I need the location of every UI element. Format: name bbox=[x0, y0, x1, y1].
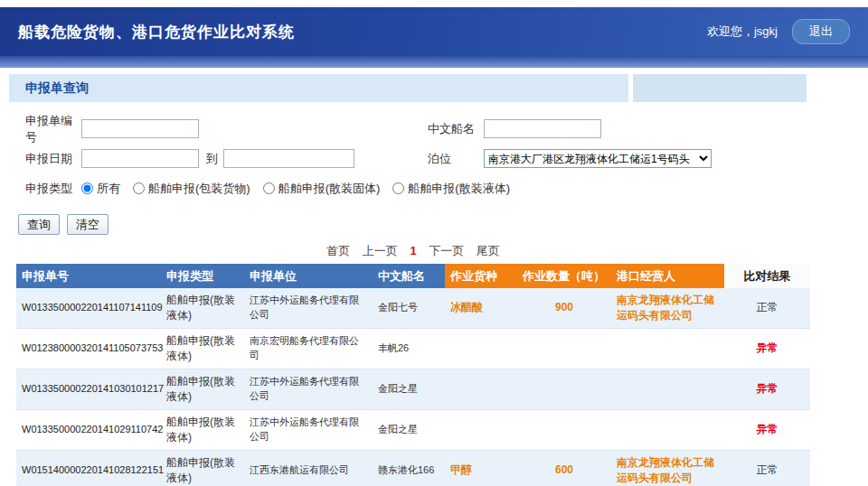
cell-declare-unit: 南京宏明船务代理有限公司 bbox=[244, 332, 373, 365]
radio-bulk-solid-input[interactable] bbox=[263, 182, 275, 194]
form-row-2: 申报日期 到 泊位 南京港大厂港区龙翔液体化工储运1号码头 bbox=[25, 144, 868, 173]
declare-date-label: 申报日期 bbox=[25, 151, 81, 167]
table-row: W015140000220141028122151 船舶申报(散装液体) 江西东… bbox=[16, 451, 810, 486]
th-port-operator: 港口经营人 bbox=[611, 264, 724, 288]
date-from-input[interactable] bbox=[81, 149, 199, 168]
header-accent-bar bbox=[0, 56, 868, 68]
cell-quantity: 600 bbox=[517, 461, 611, 480]
declare-type-label: 申报类型 bbox=[25, 181, 81, 197]
ship-name-label: 中文船名 bbox=[428, 121, 484, 137]
date-to-input[interactable] bbox=[223, 149, 354, 168]
radio-bulk-liquid[interactable]: 船舶申报(散装液体) bbox=[392, 181, 510, 197]
pagination-next[interactable]: 下一页 bbox=[429, 244, 464, 257]
cell-declaration-no: W012380000320141105073753 bbox=[16, 340, 161, 358]
radio-bulk-liquid-label: 船舶申报(散装液体) bbox=[408, 181, 510, 197]
table-header-row: 申报单号 申报类型 申报单位 中文船名 作业货种 作业数量（吨） 港口经营人 比… bbox=[16, 264, 810, 288]
cell-port-operator bbox=[611, 428, 724, 432]
table-row: W013350000220141029110742 船舶申报(散装液体) 江苏中… bbox=[16, 410, 810, 451]
cell-compare-result: 正常 bbox=[724, 298, 810, 317]
cell-quantity bbox=[517, 388, 611, 391]
table-row: W012380000320141105073753 船舶申报(散装液体) 南京宏… bbox=[16, 329, 810, 369]
header-user-area: 欢迎您，jsgkj 退出 bbox=[707, 19, 850, 44]
ship-name-input[interactable] bbox=[484, 119, 601, 138]
th-quantity: 作业数量（吨） bbox=[517, 264, 611, 288]
radio-packaged[interactable]: 船舶申报(包装货物) bbox=[133, 181, 250, 197]
cell-quantity bbox=[517, 347, 611, 350]
cell-declaration-no: W013350000220141030101217 bbox=[16, 380, 161, 398]
th-declaration-no: 申报单号 bbox=[16, 264, 161, 288]
cell-quantity: 900 bbox=[517, 298, 611, 317]
cell-ship-name: 金阳七号 bbox=[373, 299, 445, 317]
cell-declare-unit: 江苏中外运船务代理有限公司 bbox=[244, 414, 373, 446]
app-header: 船载危险货物、港口危货作业比对系统 欢迎您，jsgkj 退出 bbox=[0, 7, 868, 56]
radio-packaged-label: 船舶申报(包装货物) bbox=[148, 181, 250, 197]
cell-cargo-type: 冰醋酸 bbox=[445, 298, 517, 317]
declare-type-radio-group: 所有 船舶申报(包装货物) 船舶申报(散装固体) 船舶申报(散装液体) bbox=[81, 181, 510, 197]
cell-port-operator: 南京龙翔液体化工储运码头有限公司 bbox=[611, 453, 724, 486]
section-bar-right-segment bbox=[633, 74, 807, 102]
query-button[interactable]: 查询 bbox=[18, 214, 60, 235]
cell-ship-name: 赣东港化166 bbox=[373, 462, 445, 480]
cell-declare-type: 船舶申报(散装液体) bbox=[161, 291, 244, 326]
radio-packaged-input[interactable] bbox=[133, 182, 145, 194]
form-row-1-right: 中文船名 bbox=[428, 119, 601, 138]
cell-compare-result: 正常 bbox=[724, 461, 810, 480]
cell-declare-unit: 江苏中外运船务代理有限公司 bbox=[244, 373, 373, 406]
cell-port-operator bbox=[611, 388, 724, 391]
pagination: 首页 上一页 1 下一页 尾页 bbox=[16, 243, 810, 259]
cell-declare-unit: 江苏中外运船务代理有限公司 bbox=[244, 292, 373, 324]
radio-all-label: 所有 bbox=[97, 181, 120, 197]
section-title-bar: 申报单查询 bbox=[9, 74, 628, 102]
radio-all-input[interactable] bbox=[81, 182, 93, 194]
table-row: W013350000220141107141109 船舶申报(散装液体) 江苏中… bbox=[16, 288, 810, 329]
cell-ship-name: 金阳之星 bbox=[373, 421, 445, 439]
clear-button[interactable]: 清空 bbox=[67, 214, 108, 235]
berth-select[interactable]: 南京港大厂港区龙翔液体化工储运1号码头 bbox=[484, 149, 712, 168]
section-header: 申报单查询 bbox=[9, 74, 807, 102]
cell-declare-type: 船舶申报(散装液体) bbox=[161, 453, 244, 486]
cell-cargo-type bbox=[445, 347, 517, 350]
results-table: 申报单号 申报类型 申报单位 中文船名 作业货种 作业数量（吨） 港口经营人 比… bbox=[16, 264, 810, 486]
th-declare-type: 申报类型 bbox=[161, 264, 244, 288]
radio-bulk-solid[interactable]: 船舶申报(散装固体) bbox=[263, 181, 381, 197]
cell-declaration-no: W013350000220141029110742 bbox=[16, 421, 161, 439]
app-title: 船载危险货物、港口危货作业比对系统 bbox=[18, 22, 295, 42]
pagination-prev[interactable]: 上一页 bbox=[363, 244, 398, 257]
th-compare-result: 比对结果 bbox=[724, 264, 810, 288]
th-declare-unit: 申报单位 bbox=[244, 264, 373, 288]
pagination-last[interactable]: 尾页 bbox=[476, 244, 500, 257]
logout-button[interactable]: 退出 bbox=[792, 19, 850, 44]
radio-bulk-solid-label: 船舶申报(散装固体) bbox=[278, 181, 381, 197]
th-ship-name: 中文船名 bbox=[373, 264, 445, 288]
form-row-2-right: 泊位 南京港大厂港区龙翔液体化工储运1号码头 bbox=[428, 149, 712, 168]
cell-compare-result: 异常 bbox=[724, 339, 810, 358]
cell-ship-name: 金阳之星 bbox=[373, 380, 445, 398]
cell-compare-result: 异常 bbox=[724, 379, 810, 398]
pagination-current-page: 1 bbox=[410, 244, 416, 257]
cell-port-operator bbox=[611, 347, 724, 350]
cell-cargo-type bbox=[445, 428, 517, 432]
form-actions: 查询 清空 bbox=[18, 214, 868, 235]
cell-declare-unit: 江西东港航运有限公司 bbox=[244, 462, 373, 480]
cell-compare-result: 异常 bbox=[724, 420, 810, 439]
page: 船载危险货物、港口危货作业比对系统 欢迎您，jsgkj 退出 申报单查询 申报单… bbox=[0, 7, 868, 486]
pagination-first[interactable]: 首页 bbox=[326, 244, 350, 257]
form-row-1: 申报单编号 中文船名 bbox=[25, 114, 868, 144]
cell-quantity bbox=[517, 428, 611, 432]
table-row: W013350000220141030101217 船舶申报(散装液体) 江苏中… bbox=[16, 369, 810, 410]
radio-all[interactable]: 所有 bbox=[81, 181, 120, 197]
declaration-no-label: 申报单编号 bbox=[25, 113, 81, 145]
cell-declaration-no: W013350000220141107141109 bbox=[16, 299, 161, 317]
cell-declare-type: 船舶申报(散装液体) bbox=[161, 372, 244, 407]
radio-bulk-liquid-input[interactable] bbox=[392, 182, 404, 194]
berth-label: 泊位 bbox=[428, 151, 484, 167]
welcome-text: 欢迎您，jsgkj bbox=[707, 23, 778, 40]
cell-cargo-type: 甲醇 bbox=[445, 461, 517, 480]
date-to-label: 到 bbox=[206, 151, 218, 167]
declaration-no-input[interactable] bbox=[81, 119, 199, 138]
cell-port-operator: 南京龙翔液体化工储运码头有限公司 bbox=[611, 291, 724, 326]
cell-cargo-type bbox=[445, 388, 517, 391]
form-row-3: 申报类型 所有 船舶申报(包装货物) 船舶申报(散装固体) 船舶申报(散装液体) bbox=[25, 173, 868, 203]
cell-ship-name: 丰帆26 bbox=[373, 340, 445, 358]
cell-declare-type: 船舶申报(散装液体) bbox=[161, 413, 244, 448]
